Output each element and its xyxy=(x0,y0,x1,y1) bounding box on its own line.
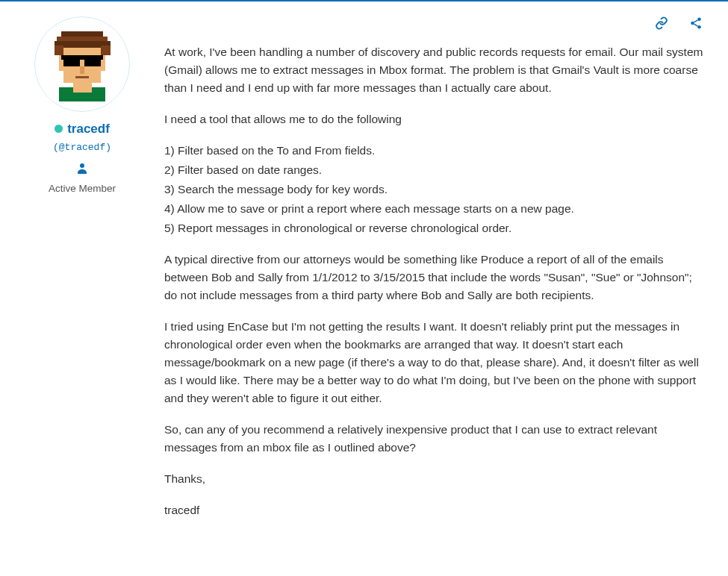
svg-rect-12 xyxy=(80,66,84,73)
post-body: At work, I've been handling a number of … xyxy=(164,43,706,519)
person-icon xyxy=(22,160,142,180)
list-item: 1) Filter based on the To and From field… xyxy=(164,142,706,160)
post-paragraph: So, can any of you recommend a relativel… xyxy=(164,421,706,457)
post-paragraph: A typical directive from our attorneys w… xyxy=(164,251,706,304)
list-item: 4) Allow me to save or print a report wh… xyxy=(164,200,706,218)
post-paragraph: I need a tool that allows me to do the f… xyxy=(164,110,706,128)
list-item: 5) Report messages in chronological or r… xyxy=(164,219,706,237)
svg-point-17 xyxy=(80,163,84,168)
link-icon xyxy=(655,16,668,30)
svg-rect-4 xyxy=(55,46,64,55)
svg-rect-5 xyxy=(101,46,111,55)
share-button[interactable] xyxy=(689,16,703,30)
user-handle: (@tracedf) xyxy=(22,140,142,155)
svg-rect-10 xyxy=(63,57,80,67)
username-row: tracedf xyxy=(22,119,142,139)
permalink-button[interactable] xyxy=(655,16,668,30)
svg-rect-13 xyxy=(75,76,90,78)
post-toolbar xyxy=(164,16,706,30)
post-paragraph: Thanks, xyxy=(164,470,706,488)
post-paragraph: At work, I've been handling a number of … xyxy=(164,43,706,97)
online-status-icon xyxy=(55,125,63,133)
avatar[interactable] xyxy=(34,16,130,112)
user-role: Active Member xyxy=(22,181,142,196)
post-signature: tracedf xyxy=(164,501,706,519)
list-item: 3) Search the message body for key words… xyxy=(164,181,706,198)
list-item: 2) Filter based on date ranges. xyxy=(164,161,706,179)
post-content-column: At work, I've been handling a number of … xyxy=(157,16,706,533)
svg-rect-16 xyxy=(73,87,92,92)
svg-point-18 xyxy=(697,18,701,22)
post-paragraph: I tried using EnCase but I'm not getting… xyxy=(164,318,706,407)
avatar-image xyxy=(45,27,119,101)
svg-rect-11 xyxy=(84,57,101,67)
username-link[interactable]: tracedf xyxy=(67,119,110,139)
svg-point-20 xyxy=(697,25,701,29)
user-sidebar: tracedf (@tracedf) Active Member xyxy=(22,16,157,533)
share-icon xyxy=(689,16,703,30)
post-requirements-list: 1) Filter based on the To and From field… xyxy=(164,142,706,237)
svg-point-19 xyxy=(691,22,694,25)
forum-post: tracedf (@tracedf) Active Member xyxy=(0,0,728,548)
